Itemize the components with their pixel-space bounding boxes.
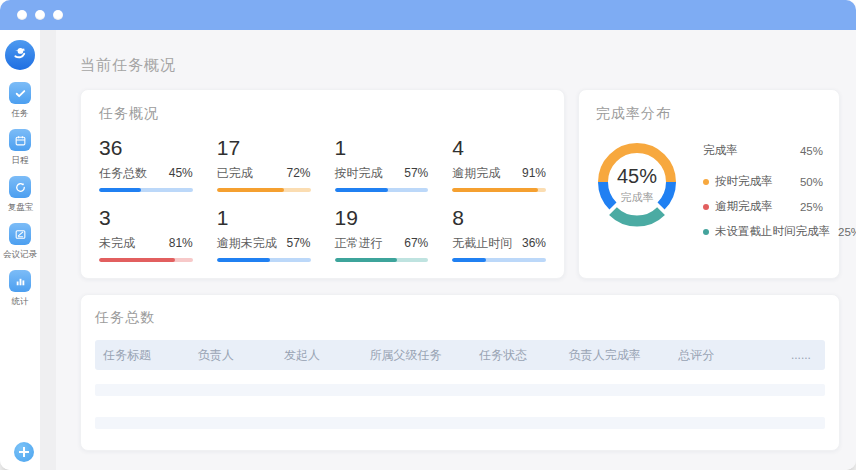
meeting-notes-icon: [9, 223, 31, 245]
stat-overdue-incomplete: 1 逾期未完成 57%: [217, 205, 311, 262]
stat-no-deadline: 8 无截止时间 36%: [452, 205, 546, 262]
column-header-initiator: 发起人: [276, 347, 361, 364]
legend-label: 完成率: [703, 143, 792, 158]
chart-legend: 完成率 45% 按时完成率 50% 逾期完成率 25%: [703, 143, 823, 249]
column-header-more: ......: [753, 348, 825, 362]
stat-percent: 67%: [404, 236, 428, 250]
traffic-light-button-1[interactable]: [17, 10, 27, 20]
empty-table-row: [95, 384, 825, 396]
stat-in-progress: 19 正常进行 67%: [335, 205, 429, 262]
sidebar-rail: [40, 30, 56, 470]
sidebar-item-tasks[interactable]: 任务: [9, 82, 31, 120]
task-check-icon: [9, 82, 31, 104]
progress-bar: [217, 258, 311, 262]
progress-bar: [452, 258, 546, 262]
sidebar-item-label: 日程: [11, 154, 28, 166]
sidebar-item-statistics[interactable]: 统计: [9, 270, 31, 308]
legend-row-no-deadline: 未设置截止时间完成率 25%: [703, 224, 823, 239]
legend-value: 50%: [800, 176, 823, 188]
empty-table-row: [95, 417, 825, 429]
progress-bar: [335, 258, 429, 262]
stat-on-time: 1 按时完成 57%: [335, 135, 429, 192]
legend-label: 逾期完成率: [715, 199, 792, 214]
legend-dot: [703, 179, 709, 185]
donut-segment-no-deadline: [613, 211, 661, 221]
stat-value: 19: [335, 205, 429, 231]
progress-bar: [99, 258, 193, 262]
page-title: 当前任务概况: [80, 56, 840, 75]
legend-label: 按时完成率: [715, 174, 792, 189]
sidebar-item-label: 会议记录: [3, 248, 37, 260]
calendar-icon: [9, 129, 31, 151]
card-title: 完成率分布: [596, 105, 823, 123]
add-button[interactable]: [14, 442, 34, 462]
sidebar-item-schedule[interactable]: 日程: [9, 129, 31, 167]
stat-value: 1: [217, 205, 311, 231]
task-table-card: 任务总数 任务标题 负责人 发起人 所属父级任务 任务状态 负责人完成率 总评分…: [80, 294, 840, 451]
legend-value: 45%: [800, 145, 823, 157]
column-header-completion-rate: 负责人完成率: [561, 347, 671, 364]
legend-dot: [703, 204, 709, 210]
stat-percent: 36%: [522, 236, 546, 250]
stat-value: 4: [452, 135, 546, 161]
table-header-row: 任务标题 负责人 发起人 所属父级任务 任务状态 负责人完成率 总评分 ....…: [95, 340, 825, 370]
legend-row-completion: 完成率 45%: [703, 143, 823, 158]
stat-percent: 45%: [169, 166, 193, 180]
card-title: 任务总数: [95, 309, 825, 327]
legend-value: 25%: [800, 201, 823, 213]
legend-row-on-time: 按时完成率 50%: [703, 174, 823, 189]
main-content: 当前任务概况 任务概况 36 任务总数 45%: [56, 30, 856, 470]
sidebar-item-meeting-notes[interactable]: 会议记录: [2, 223, 38, 261]
stat-percent: 72%: [286, 166, 310, 180]
donut-chart: 45% 完成率: [585, 130, 705, 250]
sidebar-item-label: 复盘宝: [7, 201, 33, 213]
legend-dot: [703, 229, 709, 235]
refresh-icon: [9, 176, 31, 198]
sidebar-item-review[interactable]: 复盘宝: [7, 176, 34, 214]
column-header-parent-task: 所属父级任务: [361, 347, 471, 364]
stat-label: 按时完成: [335, 165, 383, 182]
traffic-light-button-2[interactable]: [35, 10, 45, 20]
task-overview-card: 任务概况 36 任务总数 45% 17: [80, 89, 565, 279]
legend-value: 25%: [838, 226, 856, 238]
sidebar: 任务 日程: [0, 30, 40, 470]
donut-segment-on-time: [603, 148, 671, 182]
column-header-total-score: 总评分: [670, 347, 753, 364]
progress-bar: [335, 188, 429, 192]
app-logo: [5, 40, 35, 70]
column-header-owner: 负责人: [190, 347, 276, 364]
legend-label: 未设置截止时间完成率: [715, 224, 830, 239]
sidebar-item-label: 统计: [11, 295, 28, 307]
stat-value: 8: [452, 205, 546, 231]
traffic-light-button-3[interactable]: [53, 10, 63, 20]
stat-label: 逾期完成: [452, 165, 500, 182]
stat-label: 未完成: [99, 235, 135, 252]
stat-value: 1: [335, 135, 429, 161]
donut-segment-overdue-right: [661, 182, 671, 206]
completion-distribution-card: 完成率分布 45% 完成率: [578, 89, 840, 279]
stat-completed: 17 已完成 72%: [217, 135, 311, 192]
stat-percent: 57%: [286, 236, 310, 250]
window-titlebar: [0, 0, 856, 30]
stat-value: 17: [217, 135, 311, 161]
stat-label: 任务总数: [99, 165, 147, 182]
legend-row-overdue: 逾期完成率 25%: [703, 199, 823, 214]
stat-overdue-completed: 4 逾期完成 91%: [452, 135, 546, 192]
donut-segment-overdue-left: [603, 182, 613, 206]
stat-label: 已完成: [217, 165, 253, 182]
stat-label: 逾期未完成: [217, 235, 277, 252]
stat-value: 3: [99, 205, 193, 231]
stat-percent: 91%: [522, 166, 546, 180]
column-header-status: 任务状态: [471, 347, 561, 364]
stats-grid: 36 任务总数 45% 17 已完成 72%: [99, 135, 546, 262]
stat-label: 正常进行: [335, 235, 383, 252]
column-header-task-title: 任务标题: [95, 347, 190, 364]
stat-percent: 81%: [169, 236, 193, 250]
bar-chart-icon: [9, 270, 31, 292]
stat-value: 36: [99, 135, 193, 161]
stat-incomplete: 3 未完成 81%: [99, 205, 193, 262]
sidebar-item-label: 任务: [11, 107, 28, 119]
mascot-icon: [10, 43, 30, 67]
app-window: 任务 日程: [0, 0, 856, 470]
stat-total-tasks: 36 任务总数 45%: [99, 135, 193, 192]
